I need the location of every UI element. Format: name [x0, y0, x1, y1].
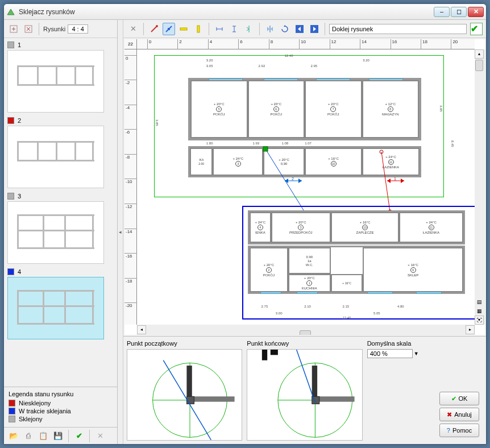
end-point-panel: Punkt końcowy: [247, 340, 362, 441]
thumb-1-preview[interactable]: [7, 50, 104, 113]
thumb-2-status-icon: [7, 117, 14, 124]
maximize-button[interactable]: ◻: [451, 7, 467, 17]
dropdown-icon[interactable]: ▼: [414, 351, 419, 356]
align-icon[interactable]: [243, 23, 255, 35]
help-button[interactable]: ?Pomoc: [439, 424, 479, 437]
canvas-corner-tools: ▤ ▦ ⛶: [475, 297, 485, 325]
cross-icon: ✖: [447, 411, 452, 418]
svg-marker-28: [401, 179, 404, 183]
paste-apply-button[interactable]: ✔: [470, 23, 483, 35]
thumb-2[interactable]: 2: [7, 117, 114, 188]
ok-button[interactable]: ✔OK: [439, 392, 479, 405]
end-point-label: Punkt końcowy: [247, 340, 362, 347]
svg-rect-48: [312, 366, 317, 397]
scrollbar-horizontal[interactable]: ◂ ▸: [137, 325, 475, 335]
plan-blue[interactable]: + 24°C4IENKA + 20°C3PRZEDPOKÓJ + 16°C10Z…: [242, 206, 475, 320]
tool-zoom-out-icon[interactable]: [22, 23, 35, 35]
thumb-2-preview[interactable]: [7, 126, 104, 188]
svg-marker-23: [285, 179, 288, 183]
snap-horizontal-icon[interactable]: [177, 23, 190, 35]
scroll-up-button[interactable]: ▴: [475, 49, 484, 59]
snap-endpoint-icon[interactable]: [148, 23, 160, 35]
scale-select[interactable]: 400 %: [367, 349, 413, 358]
tool-zoom-in-icon[interactable]: [7, 23, 20, 35]
svg-marker-24: [298, 179, 302, 183]
drawings-label: Rysunki: [43, 26, 65, 32]
scroll-left-button[interactable]: ◂: [137, 325, 146, 334]
print-icon[interactable]: ⎙: [22, 430, 35, 442]
mirror-h-icon[interactable]: [264, 23, 276, 35]
legend-title: Legenda stanu rysunku: [9, 391, 113, 397]
svg-marker-27: [387, 179, 391, 183]
scroll-right-button[interactable]: ▸: [466, 325, 475, 334]
cancel-tool-icon[interactable]: ✕: [127, 23, 139, 35]
body: Rysunki 4 : 4 1: [4, 20, 486, 444]
svg-text:2: 2: [292, 177, 294, 181]
check-icon: ✔: [451, 395, 456, 403]
svg-rect-39: [186, 366, 192, 397]
left-toolbar: Rysunki 4 : 4: [4, 20, 117, 38]
flip-left-icon[interactable]: [293, 23, 306, 35]
flip-right-icon[interactable]: [308, 23, 321, 35]
thumb-2-num: 2: [18, 117, 21, 124]
window-title: Sklejacz rysunków: [19, 8, 434, 16]
thumb-1[interactable]: 1: [7, 42, 114, 113]
grid-icon[interactable]: ▦: [475, 306, 484, 316]
drawings-count: 4 : 4: [68, 24, 88, 34]
save-icon[interactable]: 💾: [52, 430, 64, 442]
dialog-buttons: ✔OK ✖Anuluj ?Pomoc: [439, 392, 479, 437]
snap-vertical-icon[interactable]: [192, 23, 205, 35]
legend-gray-icon: [9, 416, 15, 422]
start-point-label: Punkt początkowy: [127, 340, 242, 347]
svg-rect-46: [262, 350, 267, 360]
thumb-1-num: 1: [18, 42, 21, 48]
detail-row: Punkt początkowy Pu: [123, 336, 486, 444]
open-icon[interactable]: 📂: [7, 430, 20, 442]
thumb-3[interactable]: 3: [7, 193, 114, 264]
dimension-v-icon[interactable]: [228, 23, 240, 35]
delete-icon[interactable]: ✕: [94, 430, 106, 442]
svg-rect-11: [197, 26, 200, 32]
cancel-button[interactable]: ✖Anuluj: [439, 408, 479, 421]
thumb-1-status-icon: [7, 42, 14, 48]
layers-icon[interactable]: ▤: [475, 297, 484, 306]
canvas[interactable]: 12.40 3.20 3.05 2.92 2.95 3.20 3.85 3.95…: [137, 49, 475, 325]
thumb-4[interactable]: 4: [7, 268, 114, 339]
end-point-view[interactable]: [247, 349, 362, 441]
help-icon: ?: [447, 427, 450, 434]
snap-midpoint-icon[interactable]: [163, 23, 175, 35]
app-icon: [6, 7, 15, 16]
left-panel: Rysunki 4 : 4 1: [4, 20, 118, 444]
thumb-4-num: 4: [18, 268, 21, 275]
plan-green[interactable]: 12.40 3.20 3.05 2.92 2.95 3.20 3.85 3.95…: [154, 55, 444, 197]
svg-rect-41: [186, 396, 194, 404]
scale-label: Domyślna skala: [367, 340, 483, 347]
panel-collapse-grip[interactable]: ◂: [118, 20, 123, 444]
thumb-4-preview[interactable]: [7, 277, 104, 339]
legend-blue-icon: [9, 408, 15, 414]
ruler-corner: 22: [124, 39, 137, 49]
app-window: Sklejacz rysunków – ◻ ✕ Rysunki 4 : 4 1: [3, 3, 487, 445]
ruler-horizontal: 0 2 4 6 8 10 12 14 16 18 20: [137, 39, 475, 49]
paste-drawing-input[interactable]: [329, 24, 467, 34]
apply-icon[interactable]: ✔: [73, 430, 85, 442]
svg-line-6: [151, 26, 157, 32]
copy-icon[interactable]: 📋: [37, 430, 49, 442]
legend-item-niesklejony: Niesklejony: [9, 400, 113, 406]
drawing-area[interactable]: 22 0 2 4 6 8 10 12 14 16 18 20 0 -2: [124, 39, 485, 335]
dimension-h-icon[interactable]: [213, 23, 226, 35]
thumb-3-preview[interactable]: [7, 201, 104, 264]
center-panel: ✕ ✔ 22: [123, 20, 486, 444]
ruler-vertical: 0 -2 -4 -6 -8 -10 -12 -14 -16 -18 -20: [124, 49, 137, 325]
thumbnail-list[interactable]: 1 2: [4, 38, 117, 387]
scrollbar-vertical[interactable]: ▴ ▾: [475, 49, 485, 325]
svg-point-7: [156, 25, 158, 27]
fit-icon[interactable]: ⛶: [475, 316, 484, 325]
svg-text:1: 1: [394, 177, 396, 181]
rotate-icon[interactable]: [279, 23, 291, 35]
start-point-view[interactable]: [127, 349, 242, 441]
window-buttons: – ◻ ✕: [434, 7, 484, 17]
minimize-button[interactable]: –: [434, 7, 450, 17]
svg-rect-47: [271, 350, 278, 355]
close-button[interactable]: ✕: [468, 7, 484, 17]
